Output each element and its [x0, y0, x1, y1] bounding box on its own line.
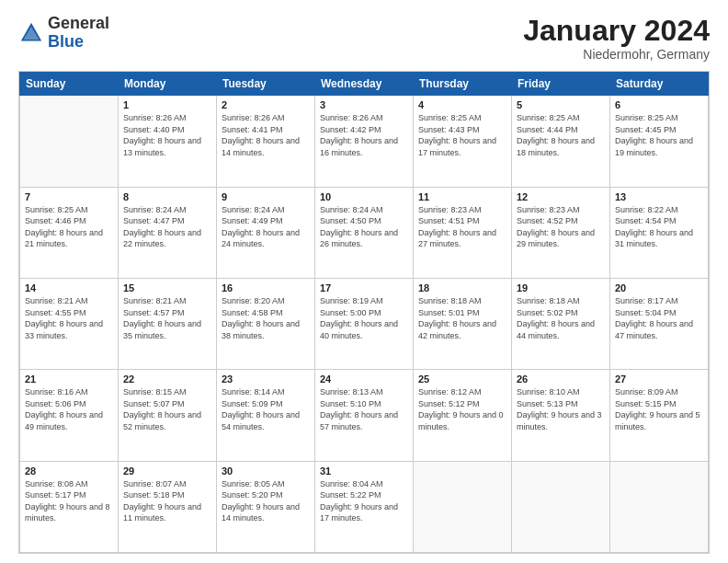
day-number: 2 — [222, 99, 310, 110]
weekday-header-sunday: Sunday — [20, 73, 119, 96]
day-info: Sunrise: 8:25 AMSunset: 4:44 PMDaylight:… — [517, 112, 605, 158]
logo: General Blue — [18, 15, 109, 52]
day-cell: 11Sunrise: 8:23 AMSunset: 4:51 PMDayligh… — [414, 187, 512, 278]
day-info: Sunrise: 8:04 AMSunset: 5:22 PMDaylight:… — [320, 478, 408, 524]
header: General Blue January 2024 Niedermohr, Ge… — [18, 15, 710, 62]
day-info: Sunrise: 8:16 AMSunset: 5:06 PMDaylight:… — [25, 386, 113, 432]
day-info: Sunrise: 8:21 AMSunset: 4:57 PMDaylight:… — [123, 295, 211, 341]
day-number: 3 — [320, 99, 408, 110]
day-cell: 9Sunrise: 8:24 AMSunset: 4:49 PMDaylight… — [217, 187, 315, 278]
day-cell: 6Sunrise: 8:25 AMSunset: 4:45 PMDaylight… — [610, 96, 709, 187]
day-number: 10 — [320, 191, 408, 202]
day-number: 24 — [320, 373, 408, 385]
page: General Blue January 2024 Niedermohr, Ge… — [0, 0, 728, 563]
day-number: 1 — [123, 99, 211, 110]
day-number: 13 — [615, 191, 703, 202]
day-cell: 20Sunrise: 8:17 AMSunset: 5:04 PMDayligh… — [610, 278, 709, 369]
day-info: Sunrise: 8:23 AMSunset: 4:51 PMDaylight:… — [418, 204, 506, 250]
day-info: Sunrise: 8:18 AMSunset: 5:02 PMDaylight:… — [517, 295, 605, 341]
logo-blue: Blue — [48, 32, 84, 51]
logo-general: General — [48, 14, 109, 32]
day-cell: 16Sunrise: 8:20 AMSunset: 4:58 PMDayligh… — [217, 278, 315, 369]
calendar: SundayMondayTuesdayWednesdayThursdayFrid… — [18, 71, 710, 554]
day-info: Sunrise: 8:24 AMSunset: 4:50 PMDaylight:… — [320, 204, 408, 250]
day-cell: 4Sunrise: 8:25 AMSunset: 4:43 PMDaylight… — [414, 96, 512, 187]
location: Niedermohr, Germany — [523, 47, 710, 62]
day-info: Sunrise: 8:14 AMSunset: 5:09 PMDaylight:… — [222, 386, 310, 432]
day-info: Sunrise: 8:08 AMSunset: 5:17 PMDaylight:… — [25, 478, 113, 524]
day-info: Sunrise: 8:24 AMSunset: 4:49 PMDaylight:… — [222, 204, 310, 250]
day-info: Sunrise: 8:15 AMSunset: 5:07 PMDaylight:… — [123, 386, 211, 432]
day-cell: 15Sunrise: 8:21 AMSunset: 4:57 PMDayligh… — [119, 278, 217, 369]
day-number: 23 — [222, 373, 310, 385]
day-number: 7 — [25, 191, 113, 202]
day-info: Sunrise: 8:17 AMSunset: 5:04 PMDaylight:… — [615, 295, 703, 341]
day-cell: 26Sunrise: 8:10 AMSunset: 5:13 PMDayligh… — [512, 370, 610, 461]
day-info: Sunrise: 8:25 AMSunset: 4:46 PMDaylight:… — [25, 204, 113, 250]
day-cell: 30Sunrise: 8:05 AMSunset: 5:20 PMDayligh… — [217, 461, 315, 552]
day-info: Sunrise: 8:05 AMSunset: 5:20 PMDaylight:… — [222, 478, 310, 524]
day-info: Sunrise: 8:26 AMSunset: 4:41 PMDaylight:… — [222, 112, 310, 158]
day-number: 4 — [418, 99, 506, 110]
day-cell: 22Sunrise: 8:15 AMSunset: 5:07 PMDayligh… — [119, 370, 217, 461]
day-number: 29 — [123, 465, 211, 477]
day-cell — [414, 461, 512, 552]
day-cell: 8Sunrise: 8:24 AMSunset: 4:47 PMDaylight… — [119, 187, 217, 278]
logo-text: General Blue — [48, 15, 109, 52]
day-cell: 7Sunrise: 8:25 AMSunset: 4:46 PMDaylight… — [20, 187, 119, 278]
week-row-5: 28Sunrise: 8:08 AMSunset: 5:17 PMDayligh… — [20, 461, 709, 552]
day-number: 25 — [418, 373, 506, 385]
day-cell: 21Sunrise: 8:16 AMSunset: 5:06 PMDayligh… — [20, 370, 119, 461]
day-info: Sunrise: 8:19 AMSunset: 5:00 PMDaylight:… — [320, 295, 408, 341]
day-number: 26 — [517, 373, 605, 385]
day-number: 19 — [517, 282, 605, 293]
month-title: January 2024 — [523, 15, 710, 47]
logo-icon — [18, 20, 44, 46]
day-cell — [512, 461, 610, 552]
weekday-header-wednesday: Wednesday — [315, 73, 414, 96]
day-info: Sunrise: 8:24 AMSunset: 4:47 PMDaylight:… — [123, 204, 211, 250]
day-info: Sunrise: 8:21 AMSunset: 4:55 PMDaylight:… — [25, 295, 113, 341]
day-cell — [610, 461, 709, 552]
day-number: 5 — [517, 99, 605, 110]
day-cell: 17Sunrise: 8:19 AMSunset: 5:00 PMDayligh… — [315, 278, 414, 369]
day-number: 18 — [418, 282, 506, 293]
day-number: 21 — [25, 373, 113, 385]
day-info: Sunrise: 8:26 AMSunset: 4:40 PMDaylight:… — [123, 112, 211, 158]
day-info: Sunrise: 8:26 AMSunset: 4:42 PMDaylight:… — [320, 112, 408, 158]
day-number: 6 — [615, 99, 703, 110]
day-info: Sunrise: 8:25 AMSunset: 4:43 PMDaylight:… — [418, 112, 506, 158]
day-cell: 14Sunrise: 8:21 AMSunset: 4:55 PMDayligh… — [20, 278, 119, 369]
weekday-header-friday: Friday — [512, 73, 610, 96]
day-number: 15 — [123, 282, 211, 293]
day-cell: 27Sunrise: 8:09 AMSunset: 5:15 PMDayligh… — [610, 370, 709, 461]
calendar-table: SundayMondayTuesdayWednesdayThursdayFrid… — [19, 72, 709, 553]
day-cell: 31Sunrise: 8:04 AMSunset: 5:22 PMDayligh… — [315, 461, 414, 552]
day-cell: 19Sunrise: 8:18 AMSunset: 5:02 PMDayligh… — [512, 278, 610, 369]
day-cell: 3Sunrise: 8:26 AMSunset: 4:42 PMDaylight… — [315, 96, 414, 187]
week-row-2: 7Sunrise: 8:25 AMSunset: 4:46 PMDaylight… — [20, 187, 709, 278]
weekday-header-monday: Monday — [119, 73, 217, 96]
day-cell: 2Sunrise: 8:26 AMSunset: 4:41 PMDaylight… — [217, 96, 315, 187]
day-number: 16 — [222, 282, 310, 293]
day-cell: 5Sunrise: 8:25 AMSunset: 4:44 PMDaylight… — [512, 96, 610, 187]
week-row-1: 1Sunrise: 8:26 AMSunset: 4:40 PMDaylight… — [20, 96, 709, 187]
day-cell: 1Sunrise: 8:26 AMSunset: 4:40 PMDaylight… — [119, 96, 217, 187]
day-info: Sunrise: 8:13 AMSunset: 5:10 PMDaylight:… — [320, 386, 408, 432]
weekday-row: SundayMondayTuesdayWednesdayThursdayFrid… — [20, 73, 709, 96]
day-info: Sunrise: 8:23 AMSunset: 4:52 PMDaylight:… — [517, 204, 605, 250]
day-number: 17 — [320, 282, 408, 293]
day-cell: 25Sunrise: 8:12 AMSunset: 5:12 PMDayligh… — [414, 370, 512, 461]
day-info: Sunrise: 8:18 AMSunset: 5:01 PMDaylight:… — [418, 295, 506, 341]
day-number: 20 — [615, 282, 703, 293]
day-number: 22 — [123, 373, 211, 385]
week-row-3: 14Sunrise: 8:21 AMSunset: 4:55 PMDayligh… — [20, 278, 709, 369]
week-row-4: 21Sunrise: 8:16 AMSunset: 5:06 PMDayligh… — [20, 370, 709, 461]
title-block: January 2024 Niedermohr, Germany — [523, 15, 710, 62]
calendar-body: 1Sunrise: 8:26 AMSunset: 4:40 PMDaylight… — [20, 96, 709, 553]
day-number: 14 — [25, 282, 113, 293]
day-number: 28 — [25, 465, 113, 477]
day-number: 8 — [123, 191, 211, 202]
day-info: Sunrise: 8:09 AMSunset: 5:15 PMDaylight:… — [615, 386, 703, 432]
day-cell — [20, 96, 119, 187]
